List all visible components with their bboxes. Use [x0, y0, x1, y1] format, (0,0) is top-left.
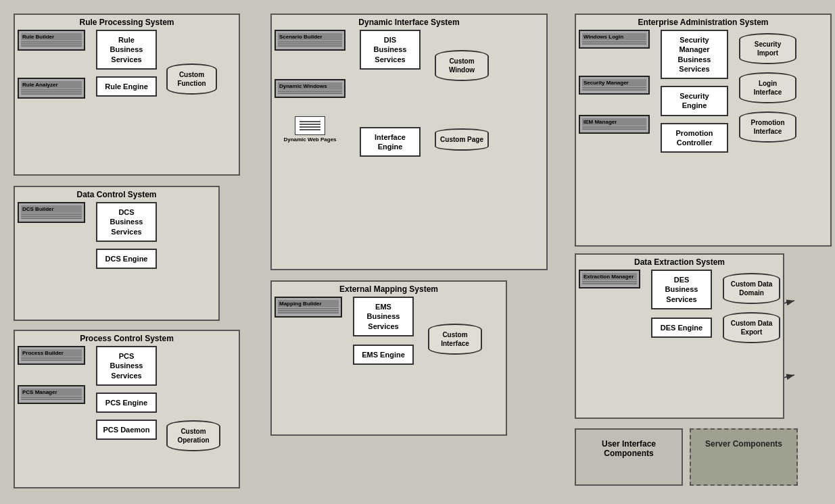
- rule-engine: Rule Engine: [96, 76, 157, 97]
- data-extraction-title: Data Extraction System: [579, 257, 780, 267]
- rule-processing-title: Rule Processing System: [18, 18, 236, 27]
- des-engine: DES Engine: [651, 318, 712, 338]
- dcs-builder-label: DCS Builder: [21, 205, 82, 213]
- data-control-system: Data Control System DCS Builder DCS Busi…: [14, 186, 220, 321]
- user-interface-components: User Interface Components: [575, 428, 683, 486]
- dcs-business-services: DCS Business Services: [96, 202, 157, 242]
- scenario-builder-label: Scenario Builder: [278, 33, 342, 41]
- custom-interface: Custom Interface: [428, 324, 482, 355]
- data-control-title: Data Control System: [18, 190, 216, 199]
- pcs-manager-label: PCS Manager: [21, 388, 82, 396]
- pcs-daemon: PCS Daemon: [96, 420, 157, 440]
- interface-engine: Interface Engine: [360, 127, 421, 157]
- dcs-engine: DCS Engine: [96, 249, 157, 269]
- process-control-title: Process Control System: [18, 334, 236, 343]
- ems-engine: EMS Engine: [353, 345, 414, 365]
- custom-operation: Custom Operation: [166, 420, 220, 451]
- rule-business-services: Rule Business Services: [96, 30, 157, 70]
- promotion-interface: Promotion Interface: [739, 111, 796, 143]
- diagram-container: Rule Processing System Rule Builder Rule…: [0, 0, 835, 504]
- pcs-business-services: PCS Business Services: [96, 346, 157, 386]
- rule-builder-label: Rule Builder: [21, 33, 82, 41]
- iem-manager-label: IEM Manager: [582, 118, 646, 126]
- mapping-builder-label: Mapping Builder: [278, 300, 339, 307]
- security-import: Security Import: [739, 33, 796, 64]
- custom-page: Custom Page: [435, 128, 489, 151]
- rule-analyzer-label: Rule Analyzer: [21, 81, 82, 89]
- security-manager-label: Security Manager: [582, 79, 646, 86]
- rule-processing-system: Rule Processing System Rule Builder Rule…: [14, 14, 240, 176]
- des-business-services: DES Business Services: [651, 270, 712, 309]
- external-mapping-system: External Mapping System Mapping Builder …: [270, 280, 507, 436]
- user-interface-title: User Interface Components: [579, 432, 679, 458]
- custom-data-export: Custom Data Export: [723, 312, 780, 343]
- dynamic-windows-label: Dynamic Windows: [278, 82, 342, 90]
- process-control-system: Process Control System Process Builder P…: [14, 330, 240, 488]
- external-mapping-title: External Mapping System: [275, 284, 503, 294]
- custom-function: Custom Function: [166, 64, 217, 95]
- dynamic-interface-system: Dynamic Interface System Scenario Builde…: [270, 14, 548, 270]
- dynamic-interface-title: Dynamic Interface System: [275, 18, 544, 27]
- custom-window: Custom Window: [435, 50, 489, 81]
- pcs-engine: PCS Engine: [96, 393, 157, 413]
- enterprise-admin-title: Enterprise Administration System: [579, 18, 828, 27]
- promotion-controller: Promotion Controller: [661, 123, 728, 153]
- dynamic-web-pages-label: Dynamic Web Pages: [275, 136, 345, 143]
- security-manager-bs: Security Manager Business Services: [661, 30, 728, 79]
- enterprise-admin-system: Enterprise Administration System Windows…: [575, 14, 832, 247]
- server-components-title: Server Components: [694, 432, 794, 449]
- custom-data-domain: Custom Data Domain: [723, 273, 780, 304]
- security-engine: Security Engine: [661, 86, 728, 116]
- extraction-manager-label: Extraction Manager: [582, 273, 637, 280]
- dis-business-services: DIS Business Services: [360, 30, 421, 70]
- windows-login-label: Windows Login: [582, 33, 646, 41]
- ems-business-services: EMS Business Services: [353, 297, 414, 336]
- process-builder-label: Process Builder: [21, 349, 82, 357]
- login-interface: Login Interface: [739, 72, 796, 103]
- server-components: Server Components: [690, 428, 798, 486]
- data-extraction-system: Data Extraction System Extraction Manage…: [575, 253, 784, 419]
